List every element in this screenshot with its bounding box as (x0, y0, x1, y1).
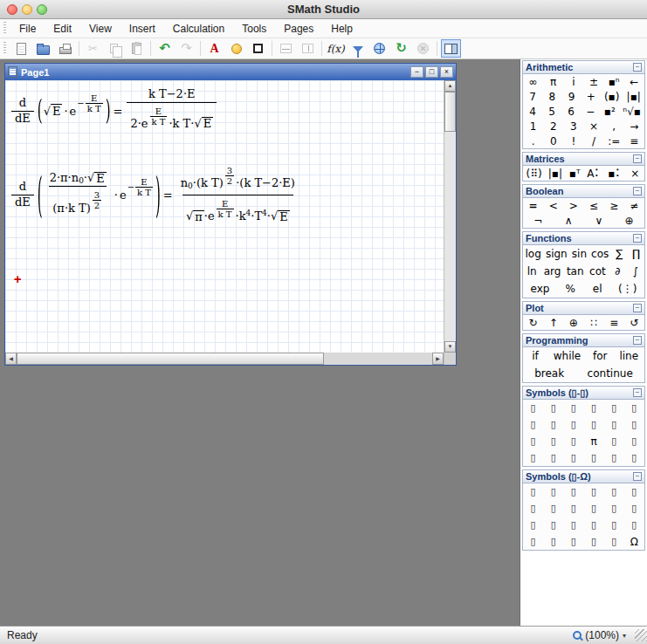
formula-1[interactable]: d dE ( √E · e − E k T (9, 87, 219, 135)
palette-button[interactable]: ∑ (613, 248, 625, 260)
palette-button[interactable]: 3 (568, 120, 580, 133)
palette-button[interactable]: ▯ (608, 519, 620, 531)
palette-button[interactable]: ∨ (593, 215, 605, 227)
palette-button[interactable]: sign (546, 248, 568, 260)
palette-button[interactable]: + (585, 91, 597, 103)
palette-button[interactable]: cos (591, 248, 609, 260)
collapse-button[interactable]: − (633, 304, 642, 312)
palette-button[interactable]: π (588, 435, 600, 448)
palette-button[interactable]: ▯ (568, 452, 580, 463)
page-canvas[interactable]: d dE ( √E · e − E k T (5, 80, 444, 353)
palette-button[interactable]: ▪ⁿ (608, 76, 620, 88)
horizontal-scrollbar[interactable]: ◀ ▶ (5, 353, 456, 365)
filter-button[interactable] (348, 39, 368, 58)
palette-button[interactable]: ⁿ√▪ (623, 106, 641, 118)
palette-button[interactable]: if (529, 350, 541, 362)
palette-button[interactable]: A⠅ (587, 168, 602, 180)
palette-button[interactable]: continue (588, 367, 633, 380)
menu-item-view[interactable]: View (80, 21, 120, 37)
palette-button[interactable]: ▯ (568, 503, 580, 514)
palette-button[interactable]: ▯ (588, 503, 600, 514)
collapse-button[interactable]: − (633, 187, 642, 195)
palette-button[interactable]: ∫ (630, 265, 642, 277)
collapse-button[interactable]: − (633, 154, 642, 163)
palette-button[interactable]: 8 (546, 91, 558, 103)
palette-button[interactable]: ▯ (568, 435, 580, 447)
palette-button[interactable]: ▯ (588, 419, 600, 430)
palette-button[interactable]: ▯ (608, 486, 620, 497)
collapse-button[interactable]: − (633, 234, 642, 243)
palette-button[interactable]: ▪² (603, 106, 616, 118)
palette-button[interactable]: 2 (547, 120, 560, 133)
palette-button[interactable]: 6 (565, 106, 577, 118)
palette-button[interactable]: ▯ (588, 452, 600, 463)
palette-button[interactable]: ▯ (588, 402, 600, 414)
palette-button[interactable]: ↻ (527, 317, 540, 329)
palette-button[interactable]: ∷ (588, 317, 600, 329)
palette-button[interactable]: 5 (546, 106, 558, 118)
palette-button[interactable]: ▯ (547, 536, 560, 547)
palette-button[interactable]: ▯ (628, 419, 640, 430)
palette-button[interactable]: ∂ (611, 265, 623, 277)
palette-button[interactable]: ▯ (527, 419, 540, 430)
collapse-button[interactable]: − (633, 336, 642, 345)
palette-button[interactable]: ≡ (608, 317, 620, 329)
scroll-down-button[interactable]: ▼ (444, 341, 456, 353)
palette-button[interactable]: × (629, 168, 641, 180)
palette-button[interactable]: ▯ (588, 519, 600, 531)
palette-button[interactable]: ▯ (568, 519, 580, 531)
palette-button[interactable]: ∏ (630, 248, 642, 260)
zoom-level[interactable]: (100%) (585, 629, 619, 641)
palette-button[interactable]: exp (530, 283, 549, 295)
palette-button[interactable]: ∞ (527, 76, 540, 88)
palette-button[interactable]: × (588, 120, 600, 133)
collapse-button[interactable]: − (633, 472, 642, 481)
workspace[interactable]: Page1 − □ × d dE (0, 59, 520, 626)
palette-button[interactable]: ≥ (608, 200, 620, 212)
palette-header-symbols-upper[interactable]: Symbols (▯-Ω)− (523, 470, 644, 483)
palette-button[interactable]: ⊕ (568, 317, 580, 329)
menu-item-calculation[interactable]: Calculation (164, 21, 233, 37)
palette-button[interactable]: ▯ (608, 452, 620, 463)
horizontal-scroll-track[interactable] (17, 353, 432, 365)
palette-button[interactable]: ▯ (608, 536, 620, 547)
insertion-cursor[interactable]: + (14, 272, 21, 286)
palette-header-programming[interactable]: Programming− (523, 334, 644, 347)
minimize-button[interactable]: − (410, 66, 423, 78)
palette-button[interactable]: > (568, 200, 580, 212)
palette-button[interactable]: ≠ (628, 200, 640, 212)
page1-window[interactable]: Page1 − □ × d dE (4, 63, 457, 366)
palette-button[interactable]: (▪) (604, 91, 620, 103)
title-bar[interactable]: SMath Studio (0, 0, 647, 19)
palette-button[interactable]: ln (526, 265, 538, 277)
scroll-right-button[interactable]: ▶ (432, 353, 444, 365)
maximize-button[interactable]: □ (425, 66, 438, 78)
palette-header-arith[interactable]: Arithmetic− (523, 61, 644, 74)
palette-button[interactable]: ≤ (588, 200, 600, 212)
palette-header-boolean[interactable]: Boolean− (523, 185, 644, 198)
scroll-left-button[interactable]: ◀ (5, 353, 17, 365)
palette-button[interactable]: for (593, 350, 608, 362)
toolbar-grip[interactable] (3, 42, 6, 55)
palette-button[interactable]: ▯ (608, 402, 620, 414)
font-button[interactable]: A (204, 39, 224, 58)
palette-button[interactable]: ▯ (588, 536, 600, 547)
palette-button[interactable]: |▪| (548, 168, 562, 180)
menu-item-tools[interactable]: Tools (233, 21, 275, 37)
palette-button[interactable]: while (554, 350, 581, 362)
menubar-grip[interactable] (3, 22, 6, 35)
palette-button[interactable]: . (527, 135, 540, 147)
palette-button[interactable]: ▯ (608, 435, 620, 447)
palette-button[interactable]: tan (567, 265, 584, 277)
palette-button[interactable]: / (588, 135, 600, 147)
menu-item-insert[interactable]: Insert (120, 21, 164, 37)
palette-button[interactable]: ▯ (527, 519, 540, 531)
print-button[interactable] (55, 39, 75, 58)
menu-item-pages[interactable]: Pages (275, 21, 322, 37)
palette-button[interactable]: ¬ (532, 215, 544, 227)
collapse-button[interactable]: − (633, 388, 642, 397)
menu-item-edit[interactable]: Edit (45, 21, 80, 37)
palette-button[interactable]: ▯ (628, 435, 640, 447)
palette-button[interactable]: ▯ (527, 435, 540, 447)
vertical-scroll-track[interactable] (444, 132, 456, 341)
